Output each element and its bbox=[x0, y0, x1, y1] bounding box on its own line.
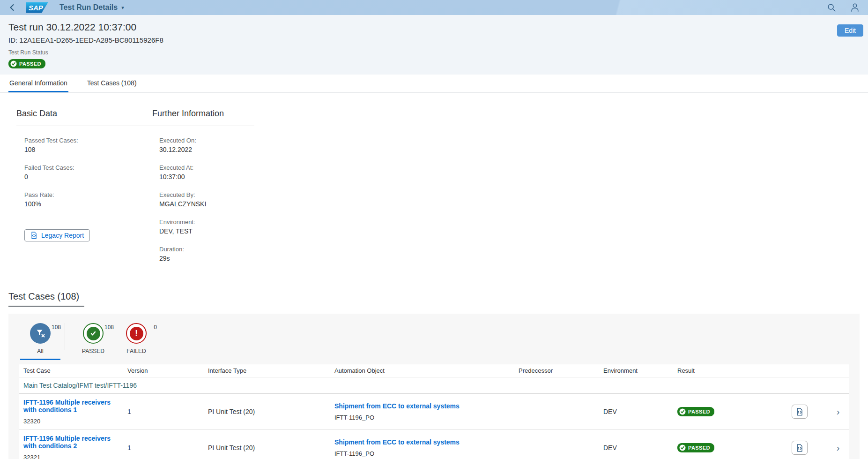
result-badge-text: PASSED bbox=[688, 445, 710, 451]
field-failed-test-cases: Failed Test Cases: 0 bbox=[24, 164, 152, 181]
tab-test-cases[interactable]: Test Cases (108) bbox=[86, 75, 138, 92]
table-row[interactable]: IFTT-1196 Multiple receivers with condit… bbox=[19, 430, 849, 459]
interface-type-value: PI Unit Test (20) bbox=[203, 444, 330, 451]
filter-funnel-icon bbox=[30, 323, 51, 344]
field-duration: Duration: 29s bbox=[159, 246, 254, 262]
chevron-left-icon bbox=[8, 4, 16, 11]
interface-type-value: PI Unit Test (20) bbox=[203, 408, 330, 415]
passed-circle-icon bbox=[83, 323, 104, 344]
filter-passed-label: PASSED bbox=[72, 348, 115, 354]
app-title: Test Run Details bbox=[59, 3, 118, 12]
column-version: Version bbox=[123, 364, 203, 377]
status-badge-text: PASSED bbox=[19, 61, 41, 67]
result-filter-bar: 108 All 108 PASSED 0 ! FAI bbox=[19, 318, 849, 360]
row-chevron-icon[interactable]: › bbox=[827, 443, 849, 452]
test-case-number: 32321 bbox=[23, 454, 119, 459]
further-information-heading: Further Information bbox=[152, 109, 224, 119]
filter-tab-all[interactable]: 108 All bbox=[19, 318, 62, 360]
object-page-header: Test run 30.12.2022 10:37:00 ID: 12A1EEA… bbox=[0, 15, 868, 75]
test-case-link[interactable]: IFTT-1196 Multiple receivers with condit… bbox=[23, 399, 117, 414]
sap-logo[interactable]: SAP bbox=[26, 2, 48, 13]
test-cases-section-title: Test Cases (108) bbox=[8, 291, 79, 302]
test-case-link[interactable]: IFTT-1196 Multiple receivers with condit… bbox=[23, 435, 117, 450]
field-passed-test-cases: Passed Test Cases: 108 bbox=[24, 137, 152, 153]
app-title-menu[interactable]: Test Run Details ▾ bbox=[59, 3, 124, 12]
column-interface-type: Interface Type bbox=[203, 364, 330, 377]
field-pass-rate: Pass Rate: 100% bbox=[24, 191, 152, 208]
version-value: 1 bbox=[123, 444, 203, 451]
row-chevron-icon[interactable]: › bbox=[827, 407, 849, 416]
test-run-id: ID: 12A1EEA1-D265-1EED-A285-BC80115926F8 bbox=[8, 36, 860, 44]
filter-all-count: 108 bbox=[52, 324, 61, 331]
filter-separator bbox=[65, 323, 65, 350]
check-circle-icon bbox=[10, 60, 17, 67]
general-information-form: Basic Data Further Information Passed Te… bbox=[16, 109, 254, 262]
shell-bar: SAP Test Run Details ▾ bbox=[0, 0, 868, 15]
code-document-icon bbox=[796, 408, 803, 416]
edit-button[interactable]: Edit bbox=[837, 24, 863, 37]
column-test-case: Test Case bbox=[19, 364, 123, 377]
automation-object-link[interactable]: Shipment from ECC to external systems bbox=[334, 438, 484, 446]
report-button[interactable] bbox=[792, 405, 808, 419]
chevron-down-icon: ▾ bbox=[121, 5, 124, 11]
filter-all-label: All bbox=[19, 348, 62, 354]
test-case-number: 32320 bbox=[23, 418, 119, 425]
filter-tab-passed[interactable]: 108 PASSED bbox=[72, 318, 115, 360]
column-result: Result bbox=[673, 364, 787, 377]
filter-tab-failed[interactable]: 0 ! FAILED bbox=[115, 318, 158, 360]
test-cases-table: Test Case Version Interface Type Automat… bbox=[19, 364, 849, 459]
section-title-underline bbox=[8, 306, 84, 307]
field-environment: Environment: DEV, TEST bbox=[159, 218, 254, 235]
automation-object-id: IFTT-1196_PO bbox=[334, 450, 510, 457]
search-icon[interactable] bbox=[827, 3, 836, 12]
table-group-header: Main Test Catalog/IFMT test/IFTT-1196 bbox=[19, 377, 849, 394]
further-information-column: Executed On: 30.12.2022 Executed At: 10:… bbox=[152, 126, 254, 262]
tab-general-information[interactable]: General Information bbox=[8, 75, 68, 92]
field-executed-at: Executed At: 10:37:00 bbox=[159, 164, 254, 181]
result-badge: PASSED bbox=[677, 407, 714, 416]
check-circle-icon bbox=[679, 444, 686, 451]
result-badge-text: PASSED bbox=[688, 409, 710, 414]
column-automation-object: Automation Object bbox=[330, 364, 514, 377]
basic-data-column: Passed Test Cases: 108 Failed Test Cases… bbox=[16, 126, 152, 262]
status-badge: PASSED bbox=[8, 59, 45, 68]
filter-failed-count: 0 bbox=[154, 324, 157, 331]
column-predecessor: Predecessor bbox=[514, 364, 599, 377]
automation-object-id: IFTT-1196_PO bbox=[334, 414, 510, 421]
code-document-icon bbox=[30, 232, 37, 239]
column-environment: Environment bbox=[599, 364, 673, 377]
legacy-report-label: Legacy Report bbox=[41, 232, 84, 239]
sap-logo-text: SAP bbox=[29, 4, 43, 12]
code-document-icon bbox=[796, 444, 803, 452]
filter-failed-label: FAILED bbox=[115, 348, 158, 354]
field-executed-by: Executed By: MGALCZYNSKI bbox=[159, 191, 254, 208]
report-button[interactable] bbox=[792, 441, 808, 455]
test-cases-panel: 108 All 108 PASSED 0 ! FAI bbox=[8, 314, 860, 459]
automation-object-link[interactable]: Shipment from ECC to external systems bbox=[334, 402, 484, 410]
result-badge: PASSED bbox=[677, 443, 714, 452]
environment-value: DEV bbox=[599, 444, 673, 451]
user-profile-icon[interactable] bbox=[850, 3, 860, 12]
status-label: Test Run Status bbox=[8, 49, 860, 56]
filter-passed-count: 108 bbox=[104, 324, 114, 331]
check-circle-icon bbox=[679, 408, 686, 415]
field-executed-on: Executed On: 30.12.2022 bbox=[159, 137, 254, 153]
page-title: Test run 30.12.2022 10:37:00 bbox=[8, 22, 860, 33]
back-button[interactable] bbox=[8, 4, 16, 11]
basic-data-heading: Basic Data bbox=[16, 109, 152, 119]
version-value: 1 bbox=[123, 408, 203, 415]
table-row[interactable]: IFTT-1196 Multiple receivers with condit… bbox=[19, 394, 849, 430]
environment-value: DEV bbox=[599, 408, 673, 415]
tab-bar: General Information Test Cases (108) bbox=[0, 75, 868, 93]
legacy-report-button[interactable]: Legacy Report bbox=[24, 229, 90, 241]
table-header-row: Test Case Version Interface Type Automat… bbox=[19, 364, 849, 377]
failed-circle-icon: ! bbox=[126, 323, 147, 344]
